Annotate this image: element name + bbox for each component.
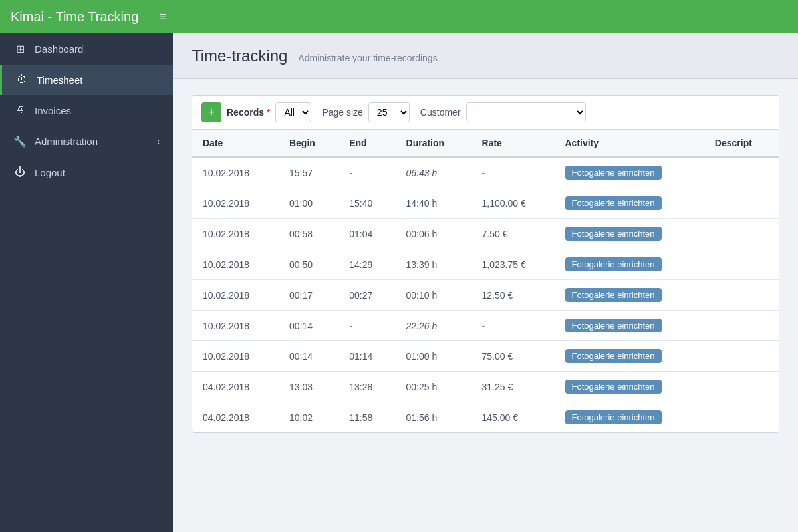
layout: ⊞ Dashboard ⏱ Timesheet 🖨 Invoices 🔧 Adm… <box>0 33 798 532</box>
cell-date: 04.02.2018 <box>192 372 279 402</box>
table-row: 10.02.201815:57-06:43 h-Fotogalerie einr… <box>192 157 779 188</box>
table-header-row: DateBeginEndDurationRateActivityDescript <box>192 130 779 157</box>
page-subtitle: Administrate your time-recordings <box>298 53 437 63</box>
sidebar-item-timesheet[interactable]: ⏱ Timesheet <box>0 65 173 95</box>
cell-rate: 1,100.00 € <box>471 188 555 219</box>
cell-end: 11:58 <box>338 402 395 433</box>
col-date: Date <box>192 130 279 157</box>
sidebar-item-logout[interactable]: ⏻ Logout <box>0 157 173 188</box>
sidebar-item-label-administration: Administration <box>35 136 98 147</box>
activity-badge: Fotogalerie einrichten <box>565 349 662 363</box>
cell-description <box>704 311 779 341</box>
cell-duration: 00:25 h <box>396 372 471 402</box>
cell-activity: Fotogalerie einrichten <box>555 249 704 280</box>
cell-date: 10.02.2018 <box>192 311 279 341</box>
table-head: DateBeginEndDurationRateActivityDescript <box>192 130 779 157</box>
sidebar-arrow: ‹ <box>157 137 160 146</box>
dashboard-icon: ⊞ <box>13 43 27 55</box>
cell-duration: 01:00 h <box>396 341 471 372</box>
cell-description <box>704 372 779 402</box>
cell-end: - <box>338 311 395 341</box>
cell-date: 10.02.2018 <box>192 157 279 188</box>
records-select[interactable]: All <box>275 102 311 122</box>
cell-begin: 01:00 <box>279 188 338 219</box>
sidebar-item-dashboard[interactable]: ⊞ Dashboard <box>0 33 173 65</box>
cell-description <box>704 402 779 433</box>
table-row: 04.02.201810:0211:5801:56 h145.00 €Fotog… <box>192 402 779 433</box>
table-row: 10.02.201800:5801:0400:06 h7.50 €Fotogal… <box>192 219 779 249</box>
main-content: Time-tracking Administrate your time-rec… <box>173 33 798 532</box>
table-row: 10.02.201800:5014:2913:39 h1,023.75 €Fot… <box>192 249 779 280</box>
brand: Kimai - Time Tracking <box>11 9 138 25</box>
cell-description <box>704 188 779 219</box>
cell-begin: 00:17 <box>279 280 338 311</box>
sidebar-item-administration[interactable]: 🔧 Administration ‹ <box>0 126 173 157</box>
cell-begin: 00:14 <box>279 341 338 372</box>
cell-date: 04.02.2018 <box>192 402 279 433</box>
sidebar-item-label-logout: Logout <box>35 167 65 178</box>
sidebar-item-invoices[interactable]: 🖨 Invoices <box>0 95 173 126</box>
cell-rate: 145.00 € <box>471 402 555 433</box>
customer-select[interactable] <box>466 102 586 122</box>
page-title: Time-tracking <box>192 47 287 65</box>
activity-badge: Fotogalerie einrichten <box>565 227 662 241</box>
cell-duration: 00:06 h <box>396 219 471 249</box>
cell-activity: Fotogalerie einrichten <box>555 157 704 188</box>
cell-rate: 1,023.75 € <box>471 249 555 280</box>
cell-activity: Fotogalerie einrichten <box>555 219 704 249</box>
pagesize-select[interactable]: 2550100 <box>368 102 410 122</box>
cell-end: - <box>338 157 395 188</box>
activity-badge: Fotogalerie einrichten <box>565 166 662 180</box>
cell-end: 14:29 <box>338 249 395 280</box>
cell-activity: Fotogalerie einrichten <box>555 372 704 402</box>
table-body: 10.02.201815:57-06:43 h-Fotogalerie einr… <box>192 157 779 432</box>
cell-rate: - <box>471 311 555 341</box>
customer-label: Customer <box>420 107 461 118</box>
cell-rate: - <box>471 157 555 188</box>
cell-rate: 7.50 € <box>471 219 555 249</box>
cell-description <box>704 219 779 249</box>
pagesize-label: Page size <box>322 107 362 118</box>
table-row: 10.02.201800:14-22:26 h-Fotogalerie einr… <box>192 311 779 341</box>
sidebar-item-label-invoices: Invoices <box>35 105 71 116</box>
cell-begin: 10:02 <box>279 402 338 433</box>
table-row: 10.02.201801:0015:4014:40 h1,100.00 €Fot… <box>192 188 779 219</box>
cell-date: 10.02.2018 <box>192 188 279 219</box>
cell-rate: 12.50 € <box>471 280 555 311</box>
cell-duration: 14:40 h <box>396 188 471 219</box>
menu-icon[interactable]: ≡ <box>160 10 167 24</box>
page-header: Time-tracking Administrate your time-rec… <box>173 33 798 79</box>
toolbar: + Records * All Page size 2550100 Custom… <box>192 95 779 129</box>
timesheet-table: DateBeginEndDurationRateActivityDescript… <box>192 130 779 432</box>
add-button[interactable]: + <box>201 102 221 122</box>
activity-badge: Fotogalerie einrichten <box>565 257 662 271</box>
activity-badge: Fotogalerie einrichten <box>565 196 662 210</box>
cell-description <box>704 341 779 372</box>
cell-activity: Fotogalerie einrichten <box>555 188 704 219</box>
cell-end: 00:27 <box>338 280 395 311</box>
topbar: Kimai - Time Tracking ≡ <box>0 0 798 33</box>
required-star: * <box>267 107 270 118</box>
sidebar: ⊞ Dashboard ⏱ Timesheet 🖨 Invoices 🔧 Adm… <box>0 33 173 532</box>
col-descript: Descript <box>704 130 779 157</box>
cell-date: 10.02.2018 <box>192 249 279 280</box>
brand-suffix: - Time Tracking <box>44 9 138 24</box>
cell-date: 10.02.2018 <box>192 219 279 249</box>
administration-icon: 🔧 <box>13 135 27 148</box>
cell-begin: 00:14 <box>279 311 338 341</box>
cell-end: 15:40 <box>338 188 395 219</box>
sidebar-item-label-dashboard: Dashboard <box>35 43 83 55</box>
cell-duration: 00:10 h <box>396 280 471 311</box>
table-row: 04.02.201813:0313:2800:25 h31.25 €Fotoga… <box>192 372 779 402</box>
table-wrapper: DateBeginEndDurationRateActivityDescript… <box>192 129 779 433</box>
cell-begin: 13:03 <box>279 372 338 402</box>
activity-badge: Fotogalerie einrichten <box>565 380 662 394</box>
col-duration: Duration <box>396 130 471 157</box>
activity-badge: Fotogalerie einrichten <box>565 410 662 424</box>
cell-duration: 01:56 h <box>396 402 471 433</box>
brand-bold: Kimai <box>11 9 44 24</box>
cell-description <box>704 249 779 280</box>
cell-activity: Fotogalerie einrichten <box>555 402 704 433</box>
invoices-icon: 🖨 <box>13 104 27 116</box>
cell-date: 10.02.2018 <box>192 341 279 372</box>
